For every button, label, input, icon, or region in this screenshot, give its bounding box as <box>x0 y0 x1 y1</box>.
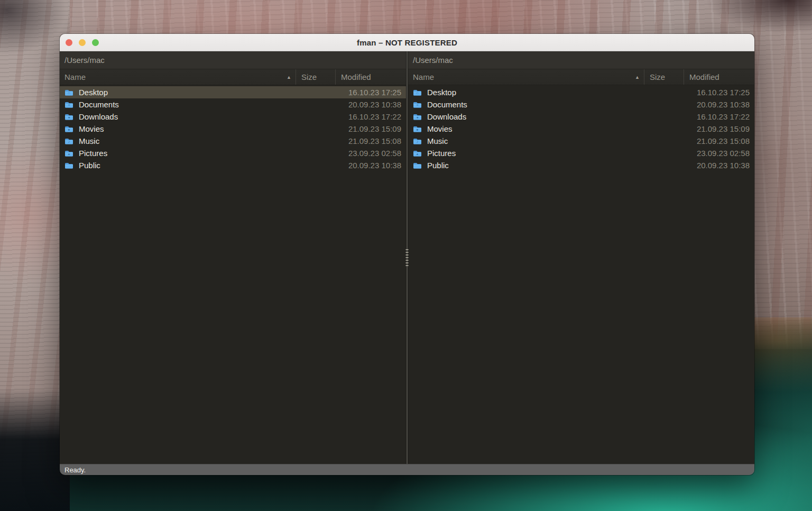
sort-asc-icon: ▲ <box>635 75 640 80</box>
file-modified: 16.10.23 17:22 <box>684 112 754 121</box>
file-row[interactable]: Pictures 23.09.23 02:58 <box>408 147 754 159</box>
folder-icon <box>413 89 422 96</box>
file-name: Movies <box>79 124 296 133</box>
file-name: Music <box>427 136 644 145</box>
file-name: Public <box>79 161 296 170</box>
left-name-header-label: Name <box>64 72 86 81</box>
right-path-text: /Users/mac <box>413 56 453 65</box>
splitter-grip-icon <box>406 249 409 266</box>
file-modified: 21.09.23 15:08 <box>335 136 406 145</box>
file-row[interactable]: Movies 21.09.23 15:09 <box>60 123 406 135</box>
file-row[interactable]: Desktop 16.10.23 17:25 <box>60 86 406 98</box>
file-row[interactable]: Documents 20.09.23 10:38 <box>408 98 754 111</box>
right-file-list: Desktop 16.10.23 17:25 Documents 20.09.2… <box>408 85 754 464</box>
traffic-lights <box>66 34 99 51</box>
file-modified: 16.10.23 17:22 <box>335 112 406 121</box>
dual-pane-area: /Users/mac Name ▲ Size Modified <box>60 51 754 464</box>
file-name: Documents <box>79 100 296 109</box>
right-path-bar[interactable]: /Users/mac <box>408 51 754 69</box>
right-modified-header-label: Modified <box>689 72 719 81</box>
left-modified-header-label: Modified <box>341 72 371 81</box>
file-row[interactable]: Downloads 16.10.23 17:22 <box>60 111 406 123</box>
left-file-list: Desktop 16.10.23 17:25 Documents 20.09.2… <box>60 85 406 464</box>
file-row[interactable]: Public 20.09.23 10:38 <box>408 159 754 171</box>
file-name: Music <box>79 136 296 145</box>
file-row[interactable]: Documents 20.09.23 10:38 <box>60 98 406 111</box>
left-column-header-size[interactable]: Size <box>296 69 335 85</box>
file-name: Public <box>427 161 644 170</box>
file-row[interactable]: Movies 21.09.23 15:09 <box>408 123 754 135</box>
file-name: Desktop <box>427 88 644 97</box>
folder-icon <box>413 138 422 145</box>
file-modified: 20.09.23 10:38 <box>335 100 406 109</box>
left-path-text: /Users/mac <box>64 56 105 65</box>
fman-window: fman – NOT REGISTERED /Users/mac Name ▲ … <box>60 34 754 475</box>
file-row[interactable]: Public 20.09.23 10:38 <box>60 159 406 171</box>
right-column-header-modified[interactable]: Modified <box>684 69 754 85</box>
minimize-button[interactable] <box>79 39 86 46</box>
right-column-header-name[interactable]: Name ▲ <box>408 69 644 85</box>
file-row[interactable]: Music 21.09.23 15:08 <box>408 135 754 147</box>
file-name: Movies <box>427 124 644 133</box>
file-row[interactable]: Downloads 16.10.23 17:22 <box>408 111 754 123</box>
window-titlebar[interactable]: fman – NOT REGISTERED <box>60 34 754 51</box>
folder-icon <box>64 150 73 157</box>
right-pane: /Users/mac Name ▲ Size Modified <box>408 51 754 464</box>
zoom-button[interactable] <box>92 39 99 46</box>
folder-icon <box>413 125 422 133</box>
folder-icon <box>64 113 73 121</box>
file-row[interactable]: Pictures 23.09.23 02:58 <box>60 147 406 159</box>
right-size-header-label: Size <box>650 72 665 81</box>
folder-icon <box>64 162 73 169</box>
file-modified: 20.09.23 10:38 <box>684 100 754 109</box>
sort-asc-icon: ▲ <box>287 75 291 80</box>
file-name: Pictures <box>79 149 296 158</box>
status-bar: Ready. <box>60 464 754 475</box>
file-name: Desktop <box>79 88 296 97</box>
right-column-header-size[interactable]: Size <box>644 69 684 85</box>
left-path-bar[interactable]: /Users/mac <box>60 51 406 69</box>
folder-icon <box>64 138 73 145</box>
file-modified: 23.09.23 02:58 <box>335 149 406 158</box>
folder-icon <box>64 89 73 96</box>
left-column-header-modified[interactable]: Modified <box>335 69 406 85</box>
file-modified: 21.09.23 15:08 <box>684 136 754 145</box>
pane-splitter[interactable] <box>406 51 408 464</box>
left-column-headers: Name ▲ Size Modified <box>60 69 406 85</box>
file-modified: 16.10.23 17:25 <box>335 88 406 97</box>
left-size-header-label: Size <box>301 72 317 81</box>
folder-icon <box>64 101 73 108</box>
close-button[interactable] <box>66 39 72 46</box>
file-row[interactable]: Desktop 16.10.23 17:25 <box>408 86 754 98</box>
right-column-headers: Name ▲ Size Modified <box>408 69 754 85</box>
folder-icon <box>413 150 422 157</box>
folder-icon <box>413 162 422 169</box>
file-name: Pictures <box>427 149 644 158</box>
file-name: Downloads <box>79 112 296 121</box>
folder-icon <box>413 101 422 108</box>
folder-icon <box>413 113 422 121</box>
file-modified: 23.09.23 02:58 <box>684 149 754 158</box>
file-modified: 21.09.23 15:09 <box>684 124 754 133</box>
file-name: Downloads <box>427 112 644 121</box>
file-modified: 20.09.23 10:38 <box>684 161 754 170</box>
folder-icon <box>64 125 73 133</box>
file-modified: 21.09.23 15:09 <box>335 124 406 133</box>
file-row[interactable]: Music 21.09.23 15:08 <box>60 135 406 147</box>
left-pane: /Users/mac Name ▲ Size Modified <box>60 51 406 464</box>
window-title: fman – NOT REGISTERED <box>357 38 457 47</box>
left-column-header-name[interactable]: Name ▲ <box>60 69 296 85</box>
file-name: Documents <box>427 100 644 109</box>
file-modified: 16.10.23 17:25 <box>684 88 754 97</box>
right-name-header-label: Name <box>413 72 434 81</box>
file-modified: 20.09.23 10:38 <box>335 161 406 170</box>
status-text: Ready. <box>64 466 86 474</box>
